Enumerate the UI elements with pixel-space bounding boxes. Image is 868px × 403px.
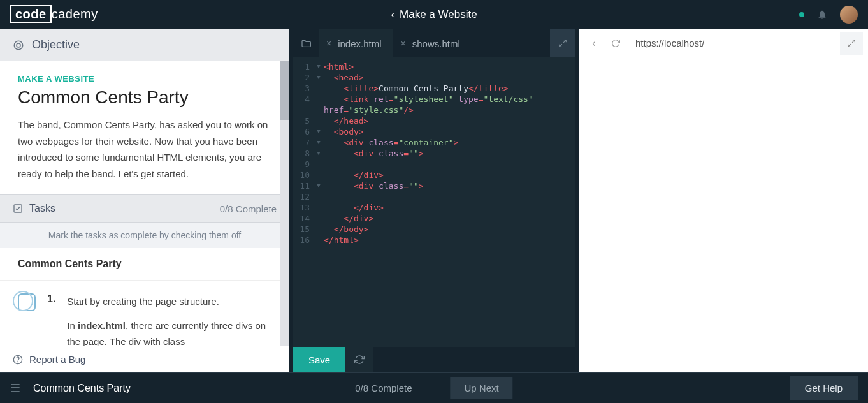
report-bug-label: Report a Bug (29, 354, 85, 365)
footer-center: 0/8 Complete Up Next (355, 377, 512, 399)
svg-point-4 (18, 362, 18, 362)
content-scroll[interactable]: MAKE A WEBSITE Common Cents Party The ba… (0, 61, 289, 346)
code-editor[interactable]: 12345678910111213141516 ▼▼▼▼▼▼ <html> <h… (293, 57, 575, 347)
refresh-icon (354, 355, 365, 365)
refresh-button[interactable] (345, 347, 373, 372)
bottom-bar: ☰ Common Cents Party 0/8 Complete Up Nex… (0, 372, 868, 403)
line-numbers: 12345678910111213141516 (293, 61, 314, 347)
logo-boxed: code (10, 5, 52, 23)
checkbox-icon (13, 203, 23, 214)
lesson-description: The band, Common Cents Party, has asked … (0, 108, 289, 194)
section-title: Common Cents Party (0, 248, 289, 281)
browser-reload[interactable] (606, 34, 625, 53)
course-name: MAKE A WEBSITE (18, 74, 271, 84)
tasks-label: Tasks (29, 203, 55, 214)
browser-back[interactable]: ‹ (584, 34, 604, 53)
objective-label: Objective (32, 38, 80, 52)
browser-expand[interactable] (840, 32, 863, 55)
editor-panel: × index.html × shows.html 12345678910111… (293, 29, 575, 372)
lesson-meta: MAKE A WEBSITE Common Cents Party (0, 61, 289, 108)
browser-bar: ‹ https://localhost/ (579, 29, 868, 57)
main-area: Objective MAKE A WEBSITE Common Cents Pa… (0, 29, 868, 372)
fold-gutter: ▼▼▼▼▼▼ (314, 61, 324, 347)
task-item: 1. Start by creating the page structure.… (0, 281, 289, 346)
browser-panel: ‹ https://localhost/ (579, 29, 868, 372)
task-number: 1. (47, 293, 55, 346)
tasks-hint: Mark the tasks as complete by checking t… (0, 223, 289, 248)
scrollbar-thumb[interactable] (280, 61, 289, 120)
task-line1: Start by creating the page structure. (67, 293, 271, 310)
objective-header[interactable]: Objective (0, 29, 289, 61)
reload-icon (611, 39, 620, 48)
tab-index-html[interactable]: × index.html (319, 29, 393, 57)
task-checkbox[interactable] (18, 293, 36, 311)
svg-point-1 (17, 43, 20, 47)
tasks-header[interactable]: Tasks 0/8 Complete (0, 194, 289, 223)
code-content[interactable]: <html> <head> <title>Common Cents Party<… (324, 61, 575, 347)
task-body: Start by creating the page structure. In… (67, 293, 271, 346)
target-icon (13, 40, 24, 51)
question-icon (13, 355, 23, 365)
footer-progress: 0/8 Complete (355, 383, 412, 393)
save-button[interactable]: Save (293, 347, 345, 372)
close-icon[interactable]: × (326, 38, 331, 48)
lesson-title-nav[interactable]: ‹ Make a Website (391, 8, 477, 21)
status-dot-icon (799, 12, 804, 17)
logo[interactable]: codecademy (10, 7, 98, 22)
scrollbar-track[interactable] (280, 61, 289, 346)
avatar[interactable] (840, 6, 858, 24)
chevron-left-icon: ‹ (391, 8, 394, 21)
url-bar[interactable]: https://localhost/ (628, 38, 837, 48)
expand-icon (847, 39, 856, 48)
lesson-title-text: Make a Website (400, 8, 477, 21)
tasks-count: 0/8 Complete (220, 203, 277, 214)
bell-icon[interactable] (817, 10, 827, 20)
editor-footer: Save (293, 347, 575, 372)
file-tree-icon[interactable] (293, 29, 319, 57)
menu-icon[interactable]: ☰ (10, 381, 20, 395)
page-title: Common Cents Party (18, 87, 271, 108)
editor-tabs: × index.html × shows.html (293, 29, 575, 57)
up-next-button[interactable]: Up Next (451, 377, 513, 399)
nav-right (799, 6, 858, 24)
footer-title: Common Cents Party (33, 383, 131, 394)
top-nav: codecademy ‹ Make a Website (0, 0, 868, 29)
instructions-panel: Objective MAKE A WEBSITE Common Cents Pa… (0, 29, 289, 372)
tab-label: shows.html (412, 38, 460, 49)
logo-rest: cademy (52, 7, 98, 21)
close-icon[interactable]: × (401, 38, 406, 48)
get-help-button[interactable]: Get Help (790, 376, 858, 400)
expand-icon[interactable] (550, 29, 575, 57)
report-bug[interactable]: Report a Bug (0, 346, 289, 372)
task-line2: In index.html, there are currently three… (67, 318, 271, 346)
tab-label: index.html (338, 38, 381, 49)
svg-point-0 (14, 41, 23, 50)
browser-viewport[interactable] (579, 57, 868, 372)
tab-shows-html[interactable]: × shows.html (393, 29, 472, 57)
